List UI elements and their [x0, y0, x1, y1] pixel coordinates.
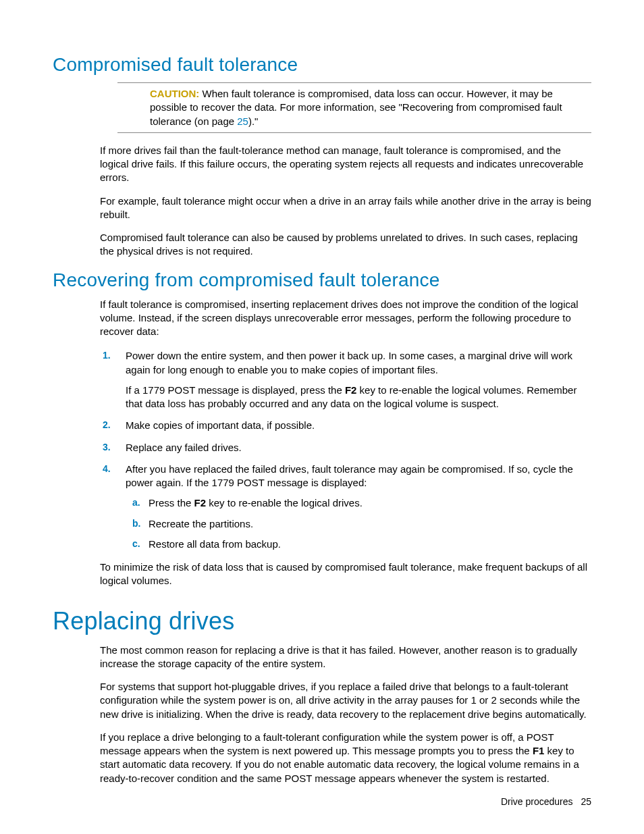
page-footer: Drive procedures 25 — [501, 796, 591, 807]
paragraph: If a 1779 POST message is displayed, pre… — [126, 384, 591, 411]
key-f2: F2 — [194, 497, 207, 509]
footer-label: Drive procedures — [501, 796, 573, 807]
list-item: After you have replaced the failed drive… — [126, 463, 591, 551]
heading-replacing-drives: Replacing drives — [53, 607, 591, 635]
paragraph: Compromised fault tolerance can also be … — [100, 231, 591, 259]
heading-compromised-fault-tolerance: Compromised fault tolerance — [53, 54, 591, 76]
key-f2: F2 — [345, 384, 357, 396]
closing-sec2: To minimize the risk of data loss that i… — [100, 561, 591, 588]
key-f1: F1 — [533, 745, 545, 756]
body-paragraphs-sec1: If more drives fail than the fault-toler… — [100, 144, 591, 259]
list-item: Recreate the partitions. — [149, 517, 591, 531]
caution-text: When fault tolerance is compromised, dat… — [150, 88, 562, 127]
body-paragraphs-sec3: The most common reason for replacing a d… — [100, 644, 591, 785]
intro-sec2: If fault tolerance is compromised, inser… — [100, 298, 591, 339]
list-item: Press the F2 key to re-enable the logica… — [149, 496, 591, 510]
paragraph: If fault tolerance is compromised, inser… — [100, 298, 591, 339]
caution-note: CAUTION: When fault tolerance is comprom… — [117, 82, 591, 133]
paragraph: If you replace a drive belonging to a fa… — [100, 731, 591, 785]
list-item: Restore all data from backup. — [149, 538, 591, 551]
paragraph: If more drives fail than the fault-toler… — [100, 144, 591, 185]
document-page: Compromised fault tolerance CAUTION: Whe… — [0, 0, 644, 834]
page-link-25[interactable]: 25 — [237, 115, 248, 127]
caution-label: CAUTION: — [150, 88, 199, 99]
list-item: Make copies of important data, if possib… — [126, 419, 591, 432]
list-item: Power down the entire system, and then p… — [126, 349, 591, 411]
paragraph: For systems that support hot-pluggable d… — [100, 680, 591, 721]
paragraph: For example, fault tolerance might occur… — [100, 194, 591, 222]
sub-procedure-list: Press the F2 key to re-enable the logica… — [126, 496, 591, 551]
page-number: 25 — [581, 796, 591, 807]
paragraph: To minimize the risk of data loss that i… — [100, 561, 591, 588]
paragraph: The most common reason for replacing a d… — [100, 644, 591, 671]
procedure-list: Power down the entire system, and then p… — [53, 349, 591, 551]
list-item: Replace any failed drives. — [126, 441, 591, 454]
heading-recovering: Recovering from compromised fault tolera… — [53, 269, 591, 291]
